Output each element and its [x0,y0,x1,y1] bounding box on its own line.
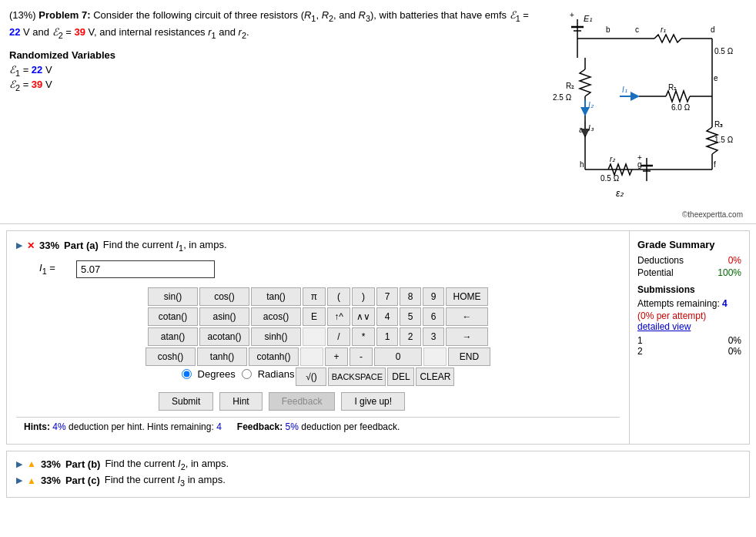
submissions-title: Submissions [637,284,741,295]
svg-text:e: e [714,74,718,82]
submit-button[interactable]: Submit [159,392,213,411]
input-row: I1 = [39,260,620,278]
part-c-pct: 33% [41,475,61,486]
part-a-nav-arrow: ▶ [16,240,22,250]
end-button[interactable]: END [448,347,490,366]
minus-button[interactable]: - [350,347,373,366]
hints-remaining: 4 [216,421,222,432]
acos-button[interactable]: acos() [251,307,301,326]
svg-text:R₁: R₁ [668,83,677,92]
part-b-pct: 33% [41,458,61,470]
svg-text:f: f [714,160,716,169]
svg-text:g: g [637,160,642,169]
part-b-row: ▶ ▲ 33% Part (b) Find the current I2, in… [16,458,740,472]
var2-val: 39 [32,79,42,90]
cosh-button[interactable]: cosh() [146,347,196,366]
num-0-button[interactable]: 0 [374,347,422,366]
detailed-view-link[interactable]: detailed view [637,321,741,332]
open-paren-button[interactable]: ( [327,287,350,306]
svg-text:I₃: I₃ [588,124,594,133]
num-5-button[interactable]: 5 [400,307,421,326]
backspace-button[interactable]: BACKSPACE [328,368,386,386]
angle-unit-row: Degrees Radians [182,368,295,381]
calc-row-1: sin() cos() tan() π ( ) 7 8 9 HOME [148,287,488,306]
feedback-label: Feedback: [237,421,283,432]
num-6-button[interactable]: 6 [423,307,444,326]
divide-button[interactable]: / [327,327,350,346]
pi-button[interactable]: π [303,287,326,306]
hints-label: Hints: [24,421,50,432]
clear-button[interactable]: CLEAR [416,368,454,386]
multiply-button[interactable]: * [352,327,375,346]
deductions-val: 0% [728,255,741,266]
hint-pct: 4% [52,421,65,432]
circuit-svg: E₁ + r₁ b c d 0.5 Ω e R₁ 6.0 Ω R₂ 2.5 Ω [547,8,747,216]
close-paren-button[interactable]: ) [352,287,375,306]
exp-e-button[interactable]: E [303,307,326,326]
cos-button[interactable]: cos() [199,287,249,306]
tanh-button[interactable]: tanh() [197,347,247,366]
svg-text:c: c [635,25,639,34]
part-a-desc: Find the current I1, in amps. [103,239,227,253]
feedback-text: Feedback: 5% deduction per feedback. [237,421,400,432]
emf2-val: 39 [75,26,85,38]
atan-button[interactable]: atan() [148,327,198,346]
give-up-button[interactable]: I give up! [341,392,405,411]
plus-button[interactable]: + [325,347,348,366]
acotan-button[interactable]: acotan() [199,327,249,346]
answer-main: ▶ ✕ 33% Part (a) Find the current I1, in… [7,231,630,444]
num-4-button[interactable]: 4 [376,307,398,326]
cotan-button[interactable]: cotan() [148,307,198,326]
answer-input[interactable] [76,260,215,278]
right-arrow-button[interactable]: → [446,327,488,346]
svg-text:0.5 Ω: 0.5 Ω [600,174,620,183]
uparrow-button[interactable]: ↑^ [327,307,350,326]
num-9-button[interactable]: 9 [423,287,444,306]
left-arrow-button[interactable]: ← [446,307,488,326]
potential-row: Potential 100% [637,267,741,278]
sin-button[interactable]: sin() [148,287,198,306]
sinh-button[interactable]: sinh() [251,327,301,346]
del-button[interactable]: DEL [387,368,414,386]
hints-bar: Hints: 4% deduction per hint. Hints rema… [16,417,620,436]
part-c-warn-icon: ▲ [27,475,36,486]
degrees-radio[interactable] [182,369,192,379]
var2-line: ℰ2 = 39 V [9,79,539,92]
num-3-button[interactable]: 3 [423,327,444,346]
attempt-2-num: 2 [637,346,643,357]
part-b-label: Part (b) [65,458,101,470]
degrees-label: Degrees [198,368,236,380]
svg-text:r₂: r₂ [610,155,616,163]
attempt-1-val: 0% [728,335,741,346]
num-7-button[interactable]: 7 [376,287,398,306]
svg-text:I₂: I₂ [588,101,594,109]
svg-text:E₁: E₁ [584,14,592,23]
svg-text:6.0 Ω: 6.0 Ω [671,103,691,112]
part-b-warn-icon: ▲ [27,458,36,469]
part-a-label: Part (a) [64,240,99,251]
bottom-parts: ▶ ▲ 33% Part (b) Find the current I2, in… [6,451,750,498]
radians-radio[interactable] [242,369,252,379]
detailed-view-text[interactable]: detailed view [637,321,691,332]
hint-button[interactable]: Hint [219,392,262,411]
action-buttons: Submit Hint Feedback I give up! [159,392,620,411]
cotanh-button[interactable]: cotanh() [249,347,299,366]
caret-button[interactable]: ∧∨ [352,307,375,326]
sqrt-button[interactable]: √() [296,368,326,386]
hints-text: Hints: 4% deduction per hint. Hints rema… [24,421,222,432]
part-b-nav-arrow: ▶ [16,459,22,469]
tan-button[interactable]: tan() [251,287,301,306]
num-2-button[interactable]: 2 [400,327,421,346]
part-c-row: ▶ ▲ 33% Part (c) Find the current I3 in … [16,474,740,488]
calc-row-5: Degrees Radians √() BACKSPACE DEL CLEAR [182,368,455,386]
blank1-button [303,327,326,346]
top-section: (13%) Problem 7: Consider the following … [0,0,756,224]
num-1-button[interactable]: 1 [376,327,398,346]
per-attempt-line: (0% per attempt) [637,310,741,321]
asin-button[interactable]: asin() [199,307,249,326]
home-button[interactable]: HOME [446,287,488,306]
feedback-button[interactable]: Feedback [269,392,336,411]
deductions-row: Deductions 0% [637,255,741,266]
num-8-button[interactable]: 8 [400,287,421,306]
problem-percent: (13%) [9,9,36,21]
